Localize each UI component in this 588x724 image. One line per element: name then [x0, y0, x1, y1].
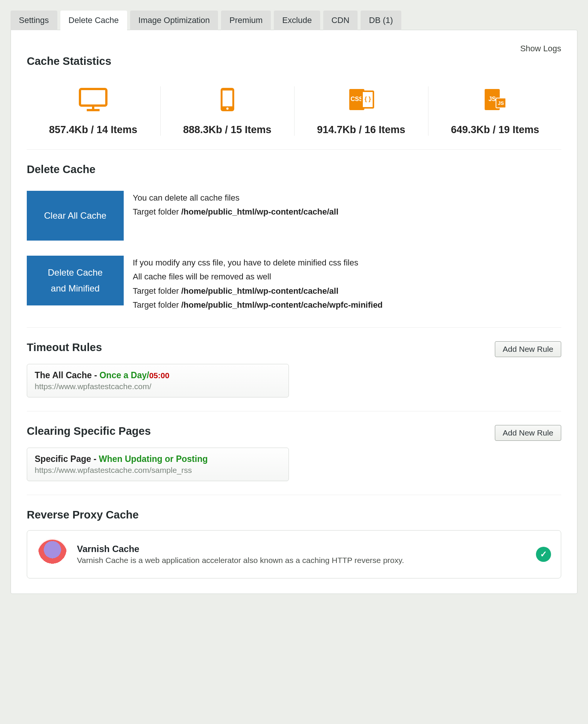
heading-timeout-rules: Timeout Rules [27, 341, 102, 354]
stat-desktop-label: 857.4Kb / 14 Items [49, 124, 137, 136]
delete-cache-and-minified-button[interactable]: Delete Cache and Minified [27, 256, 124, 305]
clear-all-row: Clear All Cache You can delete all cache… [27, 191, 561, 241]
stat-js: JSJS 649.3Kb / 19 Items [428, 86, 562, 136]
varnish-avatar-icon [37, 539, 68, 570]
tab-exclude[interactable]: Exclude [274, 11, 320, 30]
check-icon: ✓ [536, 547, 551, 562]
heading-reverse-proxy: Reverse Proxy Cache [27, 509, 561, 521]
stat-css-label: 914.7Kb / 16 Items [317, 124, 405, 136]
specific-rule-card[interactable]: Specific Page - When Updating or Posting… [27, 448, 289, 481]
svg-rect-4 [223, 90, 232, 106]
tab-image-optimization[interactable]: Image Optimization [130, 11, 218, 30]
add-timeout-rule-button[interactable]: Add New Rule [495, 341, 561, 357]
add-specific-rule-button[interactable]: Add New Rule [495, 425, 561, 441]
css-icon: CSS{ } [348, 86, 375, 113]
heading-clearing-specific: Clearing Specific Pages [27, 425, 151, 437]
divider [27, 495, 561, 495]
show-logs-link[interactable]: Show Logs [27, 44, 561, 54]
divider [27, 411, 561, 411]
varnish-title: Varnish Cache [77, 544, 527, 554]
tab-settings[interactable]: Settings [11, 11, 57, 30]
stat-mobile: 888.3Kb / 15 Items [160, 86, 294, 136]
js-icon: JSJS [483, 86, 507, 113]
tab-db[interactable]: DB (1) [361, 11, 401, 30]
tab-premium[interactable]: Premium [221, 11, 271, 30]
divider [27, 327, 561, 328]
clear-all-description: You can delete all cache files Target fo… [133, 191, 338, 219]
divider [27, 149, 561, 150]
specific-rule-url: https://www.wpfastestcache.com/sample_rs… [35, 466, 281, 475]
heading-delete-cache: Delete Cache [27, 163, 561, 176]
tab-delete-cache[interactable]: Delete Cache [60, 11, 127, 30]
timeout-rule-url: https://www.wpfastestcache.com/ [35, 382, 281, 391]
desktop-icon [78, 86, 108, 113]
stat-desktop: 857.4Kb / 14 Items [26, 86, 160, 136]
svg-text:JS: JS [488, 96, 496, 102]
heading-cache-statistics: Cache Statistics [27, 55, 561, 67]
varnish-cache-card[interactable]: Varnish Cache Varnish Cache is a web app… [27, 530, 561, 578]
svg-text:JS: JS [498, 100, 504, 106]
svg-point-5 [226, 107, 229, 110]
tab-bar: Settings Delete Cache Image Optimization… [11, 11, 577, 30]
stat-mobile-label: 888.3Kb / 15 Items [183, 124, 271, 136]
panel-delete-cache: Show Logs Cache Statistics 857.4Kb / 14 … [11, 30, 577, 594]
stat-js-label: 649.3Kb / 19 Items [451, 124, 539, 136]
tab-cdn[interactable]: CDN [323, 11, 358, 30]
delete-minified-row: Delete Cache and Minified If you modify … [27, 256, 561, 312]
mobile-icon [220, 86, 235, 113]
svg-text:{ }: { } [364, 96, 371, 102]
timeout-rule-card[interactable]: The All Cache - Once a Day/05:00 https:/… [27, 364, 289, 397]
svg-rect-0 [80, 89, 106, 106]
delete-minified-description: If you modify any css file, you have to … [133, 256, 383, 312]
stat-css: CSS{ } 914.7Kb / 16 Items [294, 86, 428, 136]
cache-stats-row: 857.4Kb / 14 Items 888.3Kb / 15 Items CS… [27, 86, 561, 136]
svg-text:CSS: CSS [350, 96, 363, 102]
varnish-description: Varnish Cache is a web application accel… [77, 556, 527, 565]
clear-all-cache-button[interactable]: Clear All Cache [27, 191, 124, 241]
